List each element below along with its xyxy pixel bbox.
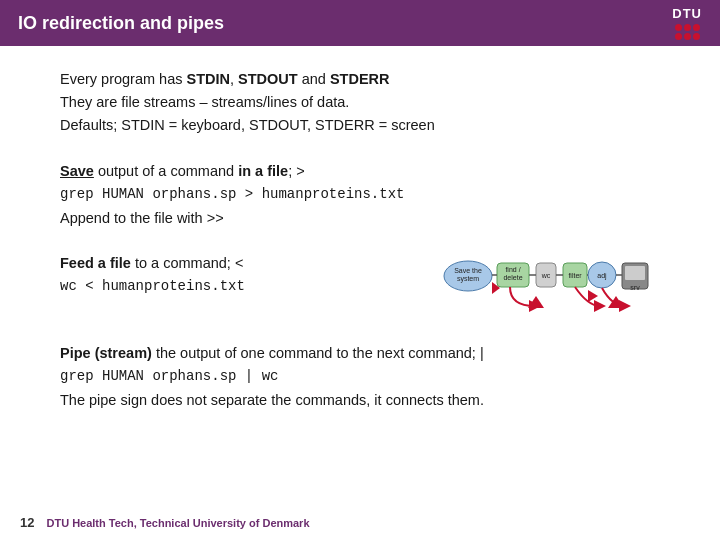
dtu-dot-3: [693, 24, 700, 31]
header: IO redirection and pipes DTU: [0, 0, 720, 46]
section-feed: Feed a file to a command; < wc < humanpr…: [60, 252, 660, 324]
main-content: Every program has STDIN, STDOUT and STDE…: [0, 46, 720, 440]
dtu-dot-1: [675, 24, 682, 31]
dtu-dot-4: [675, 33, 682, 40]
dtu-logo: DTU: [672, 6, 702, 40]
text-stderr: STDERR: [330, 71, 390, 87]
line-defaults: Defaults; STDIN = keyboard, STDOUT, STDE…: [60, 114, 660, 137]
text-save-end: ; >: [288, 163, 305, 179]
line-pipe-note: The pipe sign does not separate the comm…: [60, 389, 660, 412]
text-every-program: Every program has: [60, 71, 187, 87]
svg-text:adj: adj: [597, 272, 607, 280]
line-append: Append to the file with >>: [60, 207, 660, 230]
line-pipe-intro: Pipe (stream) the output of one command …: [60, 342, 660, 365]
footer-institution: DTU Health Tech, Technical University of…: [46, 517, 309, 529]
line-feed-intro: Feed a file to a command; <: [60, 252, 420, 275]
text-and: and: [298, 71, 330, 87]
section-streams: Every program has STDIN, STDOUT and STDE…: [60, 68, 660, 138]
line-file-streams: They are file streams – streams/lines of…: [60, 91, 660, 114]
svg-text:delete: delete: [503, 274, 522, 281]
svg-text:srv: srv: [630, 284, 640, 291]
dtu-dot-2: [684, 24, 691, 31]
svg-text:system: system: [457, 275, 479, 283]
svg-text:filter: filter: [568, 272, 582, 279]
text-in-a-file: in a file: [238, 163, 288, 179]
section-feed-text: Feed a file to a command; < wc < humanpr…: [60, 252, 420, 299]
svg-text:Save the: Save the: [454, 267, 482, 274]
footer-page-number: 12: [20, 515, 34, 530]
svg-text:wc: wc: [541, 272, 551, 279]
header-title: IO redirection and pipes: [18, 13, 224, 34]
svg-text:find /: find /: [505, 266, 520, 273]
dtu-dots-grid: [675, 24, 700, 40]
text-comma: ,: [230, 71, 238, 87]
text-save-post: output of a command: [94, 163, 238, 179]
dtu-logo-text: DTU: [672, 6, 702, 21]
section-pipe: Pipe (stream) the output of one command …: [60, 342, 660, 412]
line-save-intro: Save output of a command in a file; >: [60, 160, 660, 183]
text-stdout: STDOUT: [238, 71, 298, 87]
dtu-dot-5: [684, 33, 691, 40]
svg-rect-13: [625, 266, 645, 280]
dtu-dot-6: [693, 33, 700, 40]
pipeline-diagram: Save the system find / delete wc filter …: [440, 254, 660, 324]
line-stdin-intro: Every program has STDIN, STDOUT and STDE…: [60, 68, 660, 91]
text-feed-post: to a command; <: [131, 255, 243, 271]
footer: 12 DTU Health Tech, Technical University…: [0, 515, 720, 530]
text-save: Save: [60, 163, 94, 179]
text-pipe-post: the output of one command to the next co…: [152, 345, 484, 361]
section-save: Save output of a command in a file; > gr…: [60, 160, 660, 230]
text-feed-a-file: Feed a file: [60, 255, 131, 271]
command-grep-save: grep HUMAN orphans.sp > humanproteins.tx…: [60, 183, 660, 207]
svg-marker-17: [588, 290, 598, 302]
command-wc: wc < humanproteins.txt: [60, 275, 420, 299]
text-stdin: STDIN: [187, 71, 231, 87]
text-pipe-stream: Pipe (stream): [60, 345, 152, 361]
command-grep-pipe: grep HUMAN orphans.sp | wc: [60, 365, 660, 389]
